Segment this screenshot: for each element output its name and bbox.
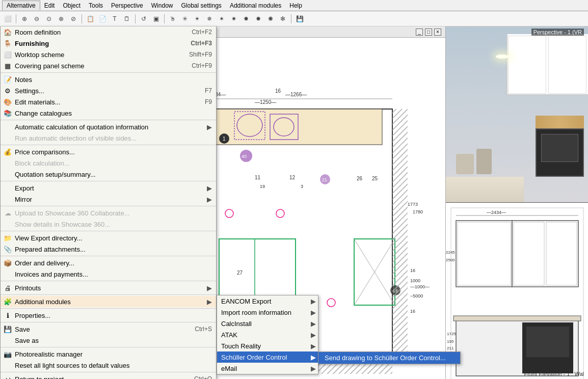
menu-covering-label: Covering panel scheme	[15, 62, 85, 70]
toolbar-btn-zoom-sel[interactable]: ⊗	[56, 13, 67, 24]
menubar-help[interactable]: Help	[285, 1, 306, 10]
toolbar-btn-sel2[interactable]: ✴	[192, 13, 203, 24]
order-icon: 📦	[3, 259, 13, 267]
printouts-arrow: ▶	[197, 284, 212, 292]
svg-text:—2434—: —2434—	[487, 210, 506, 215]
elevation-panel: —2434— 2245 2500	[446, 203, 588, 379]
menu-printouts[interactable]: 🖨 Printouts ▶	[1, 282, 216, 293]
toolbar-btn-undo[interactable]: ↺	[138, 13, 149, 24]
menu-edit-materials[interactable]: 🎨 Edit materials... F9	[1, 96, 216, 107]
toolbar-btn-pan[interactable]: ⊘	[68, 13, 79, 24]
toolbar-btn-cursor[interactable]: 🖱	[167, 13, 178, 24]
menu-auto-calc[interactable]: Automatic calculation of quotation infor…	[1, 121, 216, 132]
price-icon: 💰	[3, 148, 13, 156]
printouts-icon: 🖨	[3, 284, 13, 292]
menu-furnishing[interactable]: 🪑 Furnishing Ctrl+F3	[1, 38, 216, 49]
submenu-schuller[interactable]: Schüller Order Control ▶ Send drawing to…	[217, 351, 318, 363]
panel-maximize[interactable]: □	[425, 29, 432, 36]
toolbar-btn-sel7[interactable]: ✹	[253, 13, 264, 24]
menu-auto-calc-label: Automatic calculation of quotation infor…	[15, 123, 148, 131]
touch-reality-arrow: ▶	[301, 342, 316, 350]
auto-calc-arrow: ▶	[197, 123, 212, 131]
toolbar-btn-save[interactable]: 💾	[294, 13, 305, 24]
menu-catalogues[interactable]: 📚 Change catalogues	[1, 107, 216, 119]
toolbar-btn-zoom-fit[interactable]: ⊙	[43, 13, 55, 24]
submenu-calcinstall[interactable]: CalcInstall ▶	[217, 318, 318, 329]
menubar-window[interactable]: Window	[147, 1, 177, 10]
toolbar-btn-zoom-in[interactable]: ⊕	[19, 13, 30, 24]
import-room-arrow: ▶	[301, 309, 316, 316]
menu-order[interactable]: 📦 Order and delivery...	[1, 257, 216, 268]
menu-covering[interactable]: ▦ Covering panel scheme Ctrl+F9	[1, 60, 216, 71]
menu-invoices[interactable]: Invoices and payments...	[1, 268, 216, 280]
toolbar-btn-copy[interactable]: 📋	[85, 13, 96, 24]
menu-save-as-label: Save as	[15, 337, 39, 344]
menubar-alternative[interactable]: Alternative	[2, 1, 40, 10]
menu-block-calc-label: Block calculation...	[15, 159, 70, 167]
menu-save[interactable]: 💾 Save Ctrl+S	[1, 323, 216, 335]
toolbar-btn-sel3[interactable]: ✵	[204, 13, 215, 24]
menu-room-definition[interactable]: 🏠 Room definition Ctrl+F2	[1, 26, 216, 38]
view-export-icon: 📁	[3, 234, 13, 242]
menu-save-as[interactable]: Save as	[1, 335, 216, 346]
submenu-atak[interactable]: ATAK ▶	[217, 329, 318, 340]
sep-10	[1, 308, 216, 309]
submenu-eancom[interactable]: EANCOM Export ▶	[217, 295, 318, 307]
svg-text:195: 195	[447, 339, 454, 344]
return-shortcut: Ctrl+Q	[184, 375, 212, 379]
toolbar-btn-zoom-out[interactable]: ⊖	[31, 13, 42, 24]
menubar-object[interactable]: Object	[59, 1, 85, 10]
menu-reset-lights[interactable]: Reset all light sources to default value…	[1, 360, 216, 371]
toolbar-btn-sel4[interactable]: ✶	[216, 13, 227, 24]
settings-shortcut: F7	[195, 87, 212, 94]
menu-additional-modules[interactable]: 🧩 Additional modules ▶	[1, 296, 216, 307]
svg-text:16: 16	[410, 309, 415, 314]
menu-photorealistic-label: Photorealistic manager	[15, 350, 83, 358]
toolbar-btn-sel1[interactable]: ✳	[179, 13, 191, 24]
menu-properties[interactable]: ℹ Properties...	[1, 310, 216, 321]
perspective-oven	[536, 128, 584, 177]
menu-save-label: Save	[15, 326, 30, 333]
menu-settings[interactable]: ⚙ Settings... F7	[1, 85, 216, 96]
menu-photorealistic[interactable]: 📷 Photorealistic manager	[1, 348, 216, 360]
menubar-global-settings[interactable]: Global settings	[177, 1, 225, 10]
menu-price[interactable]: 💰 Price comparisons...	[1, 146, 216, 157]
toolbar-btn-1[interactable]: ⬜	[2, 13, 13, 24]
toolbar-btn-sel9[interactable]: ✻	[277, 13, 288, 24]
toolbar-btn-text[interactable]: T	[109, 13, 120, 24]
atak-arrow: ▶	[301, 331, 316, 339]
submenu-eancom-label: EANCOM Export	[221, 297, 271, 305]
menu-worktop[interactable]: ⬜ Worktop scheme Shift+F9	[1, 49, 216, 60]
submenu-import-room[interactable]: Import room information ▶	[217, 307, 318, 318]
menu-quotation[interactable]: Quotation setup/summary...	[1, 169, 216, 180]
toolbar-btn-doc[interactable]: 🗒	[121, 13, 132, 24]
subsubmenu-send-drawing[interactable]: Send drawing to Schüller Order Control..…	[318, 352, 460, 364]
email-arrow: ▶	[301, 365, 316, 372]
panel-close[interactable]: ×	[434, 29, 441, 36]
toolbar-btn-paste[interactable]: 📄	[97, 13, 108, 24]
toolbar-btn-grid[interactable]: ▣	[150, 13, 162, 24]
menu-mirror[interactable]: Mirror ▶	[1, 194, 216, 205]
toolbar-btn-sel6[interactable]: ✸	[240, 13, 252, 24]
export-arrow: ▶	[197, 184, 212, 192]
notes-icon: 📝	[3, 76, 13, 84]
cabinet-door-2	[508, 36, 546, 94]
room-definition-icon: 🏠	[3, 29, 13, 36]
submenu-email[interactable]: eMail ▶	[217, 363, 318, 374]
toolbar-btn-sel8[interactable]: ✺	[265, 13, 276, 24]
toolbar-btn-sel5[interactable]: ✷	[228, 13, 239, 24]
menubar-tools[interactable]: Tools	[85, 1, 107, 10]
menu-attachments[interactable]: 📎 Prepared attachments...	[1, 243, 216, 255]
menu-export[interactable]: Export ▶	[1, 182, 216, 194]
menu-notes[interactable]: 📝 Notes	[1, 74, 216, 85]
menu-view-export[interactable]: 📁 View Export directory...	[1, 232, 216, 243]
svg-text:—1250—: —1250—	[255, 99, 276, 105]
menu-return-project[interactable]: ↩ Return to project Ctrl+Q	[1, 373, 216, 379]
panel-controls: _ □ ×	[416, 29, 441, 36]
menubar-perspective[interactable]: Perspective	[107, 1, 147, 10]
menubar-edit[interactable]: Edit	[40, 1, 59, 10]
panel-minimize[interactable]: _	[416, 29, 423, 36]
sep-6	[1, 231, 216, 231]
menubar-additional-modules[interactable]: Additional modules	[226, 1, 285, 10]
submenu-touch-reality[interactable]: Touch Reality ▶	[217, 340, 318, 351]
